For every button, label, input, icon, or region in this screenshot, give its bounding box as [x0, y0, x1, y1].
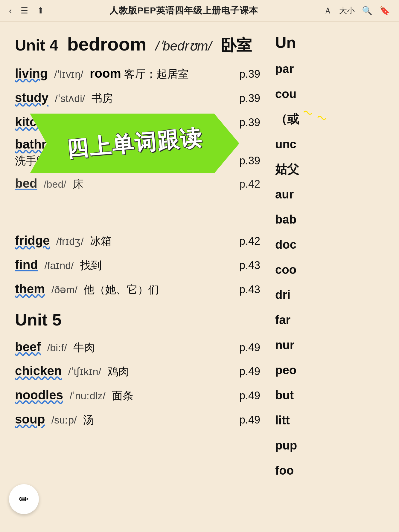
- vocab-word-soup[interactable]: soup: [15, 411, 45, 428]
- right-word-par: par: [275, 60, 399, 78]
- right-word-bab: bab: [275, 210, 399, 228]
- vocab-chinese-noodles: 面条: [112, 388, 233, 403]
- unit4-heading: Unit 4 bedroom /ˈbedrʊm/ 卧室: [15, 33, 260, 56]
- search-icon[interactable]: 🔍: [362, 6, 372, 16]
- vocab-page-find: p.43: [233, 258, 260, 273]
- unit5-heading: Unit 5: [15, 310, 260, 329]
- right-word-nur: nur: [275, 336, 399, 354]
- toolbar-left: ‹ ☰ ⬆: [9, 6, 44, 16]
- vocab-item-find: find /faɪnd/ 找到 p.43: [15, 256, 260, 274]
- vocab-chinese-them: 他（她、它）们: [84, 282, 233, 297]
- unit4-phonetic: /ˈbedrʊm/: [156, 38, 212, 53]
- vocab-item-chicken: chicken /ˈtʃɪkɪn/ 鸡肉 p.49: [15, 362, 260, 380]
- unit4-label: Unit 4: [15, 36, 58, 54]
- vocab-phonetic-study: /ˈstʌdi/: [52, 91, 88, 106]
- right-word-pup: pup: [275, 436, 399, 454]
- vocab-word-noodles[interactable]: noodles: [15, 386, 63, 404]
- vocab-word-living[interactable]: living: [15, 65, 48, 82]
- unit4-chinese: 卧室: [221, 35, 252, 56]
- vocab-page-them: p.43: [233, 282, 260, 297]
- right-word-unc: unc: [275, 135, 399, 153]
- right-word-gufu: 姑父: [275, 160, 399, 178]
- vocab-page-noodles: p.49: [233, 388, 260, 403]
- toolbar-title: 人教版PEP英语四年级上册电子课本: [109, 4, 258, 17]
- vocab-phonetic-them: /ðəm/: [48, 283, 80, 297]
- vocab-item-noodles: noodles /ˈnuːdlz/ 面条 p.49: [15, 386, 260, 404]
- vocab-word-find[interactable]: find: [15, 256, 38, 274]
- vocab-chinese-bed: 床: [73, 177, 233, 192]
- pencil-button[interactable]: ✏: [9, 484, 39, 514]
- toolbar-right: Ａ 大小 🔍 🔖: [324, 5, 390, 16]
- right-word-dri: dri: [275, 286, 399, 304]
- vocab-item-fridge: fridge /frɪdʒ/ 冰箱 p.42: [15, 232, 260, 250]
- vocab-word-them[interactable]: them: [15, 280, 45, 298]
- vocab-phonetic-beef: /biːf/: [44, 341, 70, 355]
- right-word-doc: doc: [275, 236, 399, 253]
- vocab-page-bathroom: p.39: [233, 155, 260, 167]
- vocab-item-study: study /ˈstʌdi/ 书房 p.39: [15, 89, 260, 107]
- vocab-phonetic-find: /faɪnd/: [42, 259, 77, 273]
- vocab-extra-room: room: [90, 65, 121, 82]
- bookmark-icon[interactable]: 🔖: [380, 6, 390, 16]
- toolbar: ‹ ☰ ⬆ 人教版PEP英语四年级上册电子课本 Ａ 大小 🔍 🔖: [0, 0, 399, 22]
- vocab-phonetic-chicken: /ˈtʃɪkɪn/: [65, 365, 104, 379]
- vocab-chinese-soup: 汤: [83, 412, 233, 427]
- unit4-word: bedroom: [67, 33, 146, 55]
- right-unit-label: Un: [275, 33, 399, 51]
- right-word-coo: coo: [275, 261, 399, 279]
- vocab-page-living: p.39: [233, 67, 260, 82]
- right-word-but: but: [275, 386, 399, 404]
- right-word-foo: foo: [275, 461, 399, 479]
- vocab-word-fridge[interactable]: fridge: [15, 232, 50, 250]
- vocab-page-chicken: p.49: [233, 364, 260, 379]
- vocab-page-beef: p.49: [233, 340, 260, 355]
- vocab-phonetic-living: /ˈlɪvɪŋ/: [51, 67, 86, 82]
- vocab-word-beef[interactable]: beef: [15, 338, 41, 356]
- main-content: Unit 4 bedroom /ˈbedrʊm/ 卧室 living /ˈlɪv…: [0, 22, 399, 487]
- vocab-page-soup: p.49: [233, 412, 260, 427]
- pencil-icon: ✏: [19, 492, 29, 506]
- vocab-chinese-find: 找到: [80, 258, 233, 273]
- right-word-peo: peo: [275, 361, 399, 379]
- share-icon[interactable]: ⬆: [37, 6, 44, 16]
- vocab-page-kitchen: p.39: [233, 115, 260, 130]
- vocab-word-chicken[interactable]: chicken: [15, 362, 62, 380]
- right-word-litt: litt: [275, 411, 399, 429]
- vocab-phonetic-soup: /suːp/: [48, 413, 80, 427]
- back-icon[interactable]: ‹: [9, 6, 12, 16]
- right-word-cou: cou: [275, 85, 399, 103]
- vocab-page-bed: p.42: [233, 177, 260, 192]
- vocab-phonetic-bed: /bed/: [41, 177, 69, 192]
- banner-text: 四上单词跟读: [66, 123, 204, 163]
- vocab-page-fridge: p.42: [233, 234, 260, 249]
- vocab-item-beef: beef /biːf/ 牛肉 p.49: [15, 338, 260, 356]
- right-word-aur: aur: [275, 185, 399, 203]
- vocab-item-bed: bed /bed/ 床 p.42: [15, 175, 260, 192]
- banner-spacer: [15, 199, 260, 232]
- left-column: Unit 4 bedroom /ˈbedrʊm/ 卧室 living /ˈlɪv…: [0, 33, 269, 487]
- list-icon[interactable]: ☰: [21, 6, 28, 16]
- vocab-page-study: p.39: [233, 91, 260, 106]
- right-word-far: far: [275, 311, 399, 329]
- vocab-chinese-beef: 牛肉: [73, 340, 233, 355]
- right-word-bracket: （或: [275, 110, 399, 128]
- size-label[interactable]: 大小: [339, 5, 355, 16]
- vocab-chinese-study: 书房: [92, 91, 233, 106]
- vocab-item-soup: soup /suːp/ 汤 p.49: [15, 411, 260, 428]
- vocab-chinese-living: 客厅；起居室: [121, 67, 233, 82]
- green-banner[interactable]: 四上单词跟读: [30, 114, 239, 173]
- vocab-word-bed[interactable]: bed: [15, 175, 37, 192]
- right-column: Un par cou （或 unc 姑父 aur bab doc coo dri…: [269, 33, 399, 487]
- font-icon[interactable]: Ａ: [324, 5, 332, 16]
- vocab-phonetic-noodles: /ˈnuːdlz/: [67, 389, 108, 403]
- vocab-phonetic-fridge: /frɪdʒ/: [54, 234, 86, 249]
- vocab-chinese-chicken: 鸡肉: [108, 364, 233, 379]
- vocab-word-study[interactable]: study: [15, 89, 48, 107]
- vocab-item-them: them /ðəm/ 他（她、它）们 p.43: [15, 280, 260, 298]
- vocab-item-living: living /ˈlɪvɪŋ/ room 客厅；起居室 p.39: [15, 65, 260, 82]
- vocab-chinese-fridge: 冰箱: [90, 234, 233, 249]
